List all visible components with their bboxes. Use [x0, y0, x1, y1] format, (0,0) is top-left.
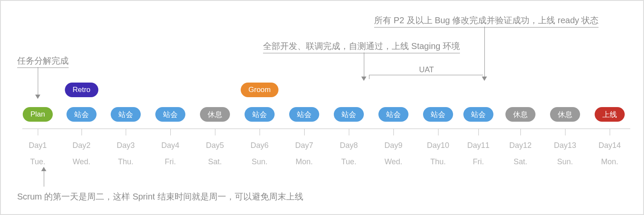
uat-bracket-right — [484, 75, 485, 79]
note-staging-arrow — [361, 77, 366, 81]
uat-bracket-top — [369, 75, 483, 75]
label-dow4: Fri. — [165, 157, 176, 166]
timeline-axis — [22, 129, 630, 129]
tick-day14 — [610, 129, 610, 135]
tick-day5 — [215, 129, 215, 135]
pill-day5: 休息 — [200, 107, 230, 122]
tick-day2 — [82, 129, 82, 135]
label-day9: Day9 — [384, 141, 402, 150]
tick-day8 — [349, 129, 349, 135]
label-dow8: Tue. — [341, 157, 356, 166]
label-day11: Day11 — [467, 141, 490, 150]
label-dow9: Wed. — [384, 157, 402, 166]
label-day3: Day3 — [117, 141, 135, 150]
label-dow12: Sat. — [514, 157, 527, 166]
label-day14: Day14 — [599, 141, 621, 150]
pill-day8: 站会 — [334, 107, 364, 122]
pill-day2: 站会 — [67, 107, 97, 122]
pill-day14: 上线 — [595, 107, 625, 122]
note-plan-connector — [38, 67, 38, 95]
tick-day6 — [260, 129, 260, 135]
label-dow2: Wed. — [73, 157, 91, 166]
label-day12: Day12 — [509, 141, 532, 150]
note-bottom: Scrum 的第一天是周二，这样 Sprint 结束时间就是周一，可以避免周末上… — [17, 191, 303, 203]
label-dow3: Thu. — [118, 157, 133, 166]
label-day2: Day2 — [73, 141, 91, 150]
note-ready-connector — [484, 27, 485, 77]
note-ready-text: 所有 P2 及以上 Bug 修改完成并验证成功，上线 ready 状态 — [374, 15, 599, 28]
sprint-timeline: 所有 P2 及以上 Bug 修改完成并验证成功，上线 ready 状态 全部开发… — [0, 0, 644, 215]
pill-day4: 站会 — [155, 107, 185, 122]
tick-day9 — [393, 129, 394, 135]
uat-label: UAT — [419, 65, 434, 74]
pill-day6: 站会 — [245, 107, 275, 122]
label-dow1: Tue. — [30, 157, 45, 166]
label-dow11: Fri. — [473, 157, 484, 166]
tick-day7 — [304, 129, 305, 135]
label-day7: Day7 — [295, 141, 313, 150]
label-dow6: Sun. — [251, 157, 267, 166]
label-day6: Day6 — [251, 141, 269, 150]
label-dow5: Sat. — [208, 157, 222, 166]
pill-day11: 站会 — [463, 107, 493, 122]
label-dow7: Mon. — [296, 157, 313, 166]
note-bottom-connector — [44, 170, 44, 187]
pill-groom: Groom — [241, 83, 278, 97]
note-plan: 任务分解完成 — [17, 55, 69, 68]
label-day1: Day1 — [29, 141, 47, 150]
pill-day3: 站会 — [111, 107, 141, 122]
note-plan-arrow — [35, 95, 40, 99]
label-day8: Day8 — [340, 141, 358, 150]
label-day10: Day10 — [427, 141, 449, 150]
tick-day3 — [126, 129, 126, 135]
label-dow10: Thu. — [430, 157, 446, 166]
tick-day13 — [565, 129, 565, 135]
note-plan-text: 任务分解完成 — [17, 56, 69, 68]
note-staging: 全部开发、联调完成，自测通过，上线 Staging 环境 — [263, 40, 460, 53]
pill-day7: 站会 — [289, 107, 319, 122]
pill-plan: Plan — [23, 107, 53, 122]
tick-day12 — [520, 129, 521, 135]
pill-day10: 站会 — [423, 107, 453, 122]
pill-day12: 休息 — [505, 107, 535, 122]
pill-retro: Retro — [65, 83, 98, 97]
tick-day4 — [170, 129, 171, 135]
note-staging-text: 全部开发、联调完成，自测通过，上线 Staging 环境 — [263, 41, 460, 53]
tick-day10 — [438, 129, 438, 135]
label-day13: Day13 — [554, 141, 576, 150]
note-staging-connector — [364, 52, 364, 77]
tick-day11 — [478, 129, 479, 135]
pill-day9: 站会 — [378, 107, 408, 122]
label-day5: Day5 — [206, 141, 224, 150]
label-dow13: Sun. — [557, 157, 573, 166]
pill-day13: 休息 — [550, 107, 580, 122]
tick-day1 — [38, 129, 38, 135]
uat-bracket-left — [369, 75, 369, 79]
note-ready: 所有 P2 及以上 Bug 修改完成并验证成功，上线 ready 状态 — [374, 15, 599, 28]
label-day4: Day4 — [161, 141, 179, 150]
note-bottom-arrow — [41, 167, 46, 171]
label-dow14: Mon. — [601, 157, 618, 166]
